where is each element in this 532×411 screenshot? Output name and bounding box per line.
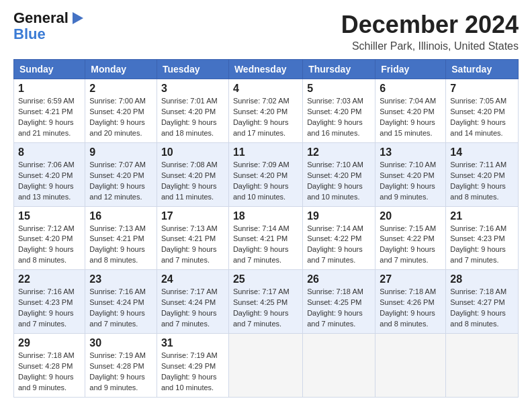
calendar-cell: 21Sunrise: 7:16 AMSunset: 4:23 PMDayligh… — [446, 206, 519, 270]
col-header-wednesday: Wednesday — [228, 60, 302, 79]
calendar-cell: 28Sunrise: 7:18 AMSunset: 4:27 PMDayligh… — [446, 270, 519, 334]
day-number: 2 — [89, 83, 152, 95]
day-number: 7 — [450, 83, 514, 95]
calendar-header-row: SundayMondayTuesdayWednesdayThursdayFrid… — [14, 60, 519, 79]
col-header-sunday: Sunday — [14, 60, 85, 79]
calendar-cell: 24Sunrise: 7:17 AMSunset: 4:24 PMDayligh… — [157, 270, 228, 334]
day-number: 15 — [18, 210, 81, 222]
day-info: Sunrise: 7:05 AMSunset: 4:20 PMDaylight:… — [450, 96, 514, 139]
calendar-week-row: 29Sunrise: 7:18 AMSunset: 4:28 PMDayligh… — [14, 334, 519, 398]
day-info: Sunrise: 7:10 AMSunset: 4:20 PMDaylight:… — [307, 160, 371, 203]
calendar-cell: 31Sunrise: 7:19 AMSunset: 4:29 PMDayligh… — [157, 334, 228, 398]
calendar-cell: 6Sunrise: 7:04 AMSunset: 4:20 PMDaylight… — [375, 79, 446, 143]
day-info: Sunrise: 7:09 AMSunset: 4:20 PMDaylight:… — [233, 160, 298, 203]
day-number: 17 — [161, 210, 224, 222]
day-info: Sunrise: 7:14 AMSunset: 4:22 PMDaylight:… — [307, 224, 371, 267]
day-info: Sunrise: 7:11 AMSunset: 4:20 PMDaylight:… — [450, 160, 514, 203]
month-title: December 2024 — [341, 11, 519, 39]
calendar-cell: 23Sunrise: 7:16 AMSunset: 4:24 PMDayligh… — [85, 270, 157, 334]
day-number: 18 — [233, 210, 298, 222]
day-number: 1 — [18, 83, 81, 95]
day-number: 21 — [450, 210, 514, 222]
calendar-cell: 10Sunrise: 7:08 AMSunset: 4:20 PMDayligh… — [157, 142, 228, 206]
day-info: Sunrise: 7:17 AMSunset: 4:25 PMDaylight:… — [233, 287, 298, 330]
day-number: 5 — [307, 83, 371, 95]
day-info: Sunrise: 6:59 AMSunset: 4:21 PMDaylight:… — [18, 96, 81, 139]
day-number: 4 — [233, 83, 298, 95]
day-number: 8 — [18, 146, 81, 158]
calendar-cell: 12Sunrise: 7:10 AMSunset: 4:20 PMDayligh… — [303, 142, 375, 206]
day-info: Sunrise: 7:14 AMSunset: 4:21 PMDaylight:… — [233, 224, 298, 267]
day-info: Sunrise: 7:00 AMSunset: 4:20 PMDaylight:… — [89, 96, 152, 139]
logo-text-blue: Blue — [13, 26, 46, 43]
calendar-cell — [228, 334, 302, 398]
day-number: 6 — [380, 83, 441, 95]
calendar-cell: 14Sunrise: 7:11 AMSunset: 4:20 PMDayligh… — [446, 142, 519, 206]
calendar-cell — [446, 334, 519, 398]
day-info: Sunrise: 7:08 AMSunset: 4:20 PMDaylight:… — [161, 160, 224, 203]
calendar-cell: 26Sunrise: 7:18 AMSunset: 4:25 PMDayligh… — [303, 270, 375, 334]
day-number: 22 — [18, 273, 81, 285]
day-number: 23 — [89, 273, 152, 285]
day-number: 29 — [18, 337, 81, 349]
logo-text-general: General — [13, 11, 69, 26]
calendar-cell: 17Sunrise: 7:13 AMSunset: 4:21 PMDayligh… — [157, 206, 228, 270]
calendar-week-row: 22Sunrise: 7:16 AMSunset: 4:23 PMDayligh… — [14, 270, 519, 334]
day-number: 31 — [161, 337, 224, 349]
calendar-cell — [375, 334, 446, 398]
calendar-cell: 16Sunrise: 7:13 AMSunset: 4:21 PMDayligh… — [85, 206, 157, 270]
day-info: Sunrise: 7:15 AMSunset: 4:22 PMDaylight:… — [380, 224, 441, 267]
title-area: December 2024 Schiller Park, Illinois, U… — [341, 11, 519, 52]
day-info: Sunrise: 7:18 AMSunset: 4:25 PMDaylight:… — [307, 287, 371, 330]
day-number: 28 — [450, 273, 514, 285]
day-number: 24 — [161, 273, 224, 285]
logo-arrow-icon — [70, 11, 85, 26]
day-number: 16 — [89, 210, 152, 222]
day-info: Sunrise: 7:13 AMSunset: 4:21 PMDaylight:… — [89, 224, 152, 267]
day-number: 13 — [380, 146, 441, 158]
calendar-cell: 22Sunrise: 7:16 AMSunset: 4:23 PMDayligh… — [14, 270, 85, 334]
calendar-cell: 18Sunrise: 7:14 AMSunset: 4:21 PMDayligh… — [228, 206, 302, 270]
day-number: 14 — [450, 146, 514, 158]
day-info: Sunrise: 7:02 AMSunset: 4:20 PMDaylight:… — [233, 96, 298, 139]
calendar-cell: 5Sunrise: 7:03 AMSunset: 4:20 PMDaylight… — [303, 79, 375, 143]
day-info: Sunrise: 7:03 AMSunset: 4:20 PMDaylight:… — [307, 96, 371, 139]
calendar-cell: 1Sunrise: 6:59 AMSunset: 4:21 PMDaylight… — [14, 79, 85, 143]
day-number: 9 — [89, 146, 152, 158]
day-number: 10 — [161, 146, 224, 158]
day-info: Sunrise: 7:12 AMSunset: 4:20 PMDaylight:… — [18, 224, 81, 267]
calendar-cell: 8Sunrise: 7:06 AMSunset: 4:20 PMDaylight… — [14, 142, 85, 206]
day-info: Sunrise: 7:04 AMSunset: 4:20 PMDaylight:… — [380, 96, 441, 139]
day-number: 19 — [307, 210, 371, 222]
location-subtitle: Schiller Park, Illinois, United States — [341, 40, 519, 52]
day-info: Sunrise: 7:18 AMSunset: 4:27 PMDaylight:… — [450, 287, 514, 330]
day-number: 12 — [307, 146, 371, 158]
calendar-cell: 30Sunrise: 7:19 AMSunset: 4:28 PMDayligh… — [85, 334, 157, 398]
calendar-cell: 20Sunrise: 7:15 AMSunset: 4:22 PMDayligh… — [375, 206, 446, 270]
calendar-cell: 29Sunrise: 7:18 AMSunset: 4:28 PMDayligh… — [14, 334, 85, 398]
calendar-cell: 15Sunrise: 7:12 AMSunset: 4:20 PMDayligh… — [14, 206, 85, 270]
calendar-cell: 4Sunrise: 7:02 AMSunset: 4:20 PMDaylight… — [228, 79, 302, 143]
calendar-cell: 9Sunrise: 7:07 AMSunset: 4:20 PMDaylight… — [85, 142, 157, 206]
col-header-saturday: Saturday — [446, 60, 519, 79]
col-header-friday: Friday — [375, 60, 446, 79]
calendar-week-row: 8Sunrise: 7:06 AMSunset: 4:20 PMDaylight… — [14, 142, 519, 206]
day-info: Sunrise: 7:19 AMSunset: 4:29 PMDaylight:… — [161, 351, 224, 394]
calendar-cell — [303, 334, 375, 398]
day-info: Sunrise: 7:10 AMSunset: 4:20 PMDaylight:… — [380, 160, 441, 203]
logo: General Blue — [13, 11, 85, 43]
calendar-cell: 25Sunrise: 7:17 AMSunset: 4:25 PMDayligh… — [228, 270, 302, 334]
day-info: Sunrise: 7:07 AMSunset: 4:20 PMDaylight:… — [89, 160, 152, 203]
day-info: Sunrise: 7:18 AMSunset: 4:26 PMDaylight:… — [380, 287, 441, 330]
day-number: 26 — [307, 273, 371, 285]
page-header: General Blue December 2024 Schiller Park… — [13, 11, 519, 52]
calendar-table: SundayMondayTuesdayWednesdayThursdayFrid… — [13, 59, 519, 398]
col-header-monday: Monday — [85, 60, 157, 79]
calendar-cell: 11Sunrise: 7:09 AMSunset: 4:20 PMDayligh… — [228, 142, 302, 206]
day-number: 20 — [380, 210, 441, 222]
calendar-cell: 2Sunrise: 7:00 AMSunset: 4:20 PMDaylight… — [85, 79, 157, 143]
day-info: Sunrise: 7:01 AMSunset: 4:20 PMDaylight:… — [161, 96, 224, 139]
day-info: Sunrise: 7:16 AMSunset: 4:23 PMDaylight:… — [18, 287, 81, 330]
day-number: 11 — [233, 146, 298, 158]
day-number: 27 — [380, 273, 441, 285]
